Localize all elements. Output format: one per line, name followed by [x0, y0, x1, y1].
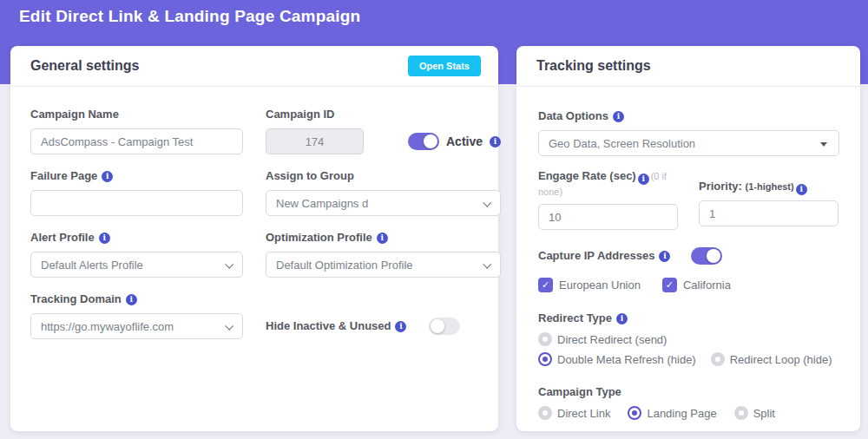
- campaign-name-input[interactable]: [30, 128, 243, 154]
- caret-down-icon: [820, 142, 827, 147]
- optimization-profile-field: Optimization Profile Default Optimizatio…: [266, 231, 501, 278]
- campaign-id-input: [266, 128, 364, 154]
- chevron-down-icon: [483, 199, 491, 207]
- active-toggle[interactable]: [408, 133, 439, 150]
- priority-input[interactable]: [699, 200, 838, 226]
- engage-rate-info-icon[interactable]: [638, 174, 649, 185]
- radio-icon: [711, 352, 725, 366]
- checkbox-checked-icon: [662, 278, 677, 292]
- capture-ip-field: Capture IP Addresses: [538, 247, 839, 265]
- radio-selected-icon: [538, 352, 552, 366]
- hide-inactive-info-icon[interactable]: [395, 321, 406, 332]
- checkbox-european-union[interactable]: European Union: [538, 278, 641, 292]
- campaign-id-field: Campaign ID Active: [266, 108, 501, 154]
- optimization-profile-label: Optimization Profile: [266, 231, 372, 245]
- data-options-select[interactable]: Geo Data, Screen Resolution: [538, 130, 839, 156]
- assign-to-group-value: New Campaigns d: [276, 197, 368, 210]
- chevron-down-icon: [225, 260, 233, 269]
- checkbox-label: California: [683, 278, 731, 292]
- alert-profile-info-icon[interactable]: [99, 233, 110, 244]
- failure-page-info-icon[interactable]: [102, 171, 113, 182]
- assign-to-group-field: Assign to Group New Campaigns d: [266, 169, 501, 216]
- priority-info-icon[interactable]: [796, 184, 807, 195]
- radio-icon: [538, 406, 552, 420]
- campaign-name-label: Campaign Name: [30, 108, 243, 121]
- campaign-name-field: Campaign Name: [30, 108, 243, 154]
- active-toggle-label: Active: [446, 134, 483, 148]
- data-options-info-icon[interactable]: [613, 111, 624, 122]
- alert-profile-select[interactable]: Default Alerts Profile: [30, 252, 243, 278]
- toggle-knob: [707, 249, 720, 263]
- open-stats-button[interactable]: Open Stats: [408, 56, 481, 76]
- optimization-profile-value: Default Optimization Profile: [276, 259, 413, 272]
- checkbox-california[interactable]: California: [662, 278, 731, 292]
- capture-ip-info-icon[interactable]: [659, 251, 670, 262]
- failure-page-input[interactable]: [30, 190, 243, 216]
- radio-icon: [734, 406, 748, 420]
- failure-page-label: Failure Page: [30, 169, 97, 183]
- optimization-profile-info-icon[interactable]: [377, 233, 388, 244]
- tracking-domain-select[interactable]: https://go.mywayoflife.com: [30, 313, 243, 339]
- redirect-type-group: Direct Redirect (send) Double Meta Refre…: [538, 332, 839, 366]
- priority-hint: (1-highest): [745, 181, 793, 192]
- assign-to-group-select[interactable]: New Campaigns d: [266, 190, 501, 216]
- hide-inactive-toggle[interactable]: [429, 318, 460, 335]
- page-title: Edit Direct Link & Landing Page Campaign: [19, 7, 360, 26]
- tracking-settings-title: Tracking settings: [536, 58, 651, 74]
- tracking-domain-value: https://go.mywayoflife.com: [41, 320, 174, 333]
- failure-page-field: Failure Page: [30, 169, 243, 216]
- general-settings-title: General settings: [30, 58, 139, 74]
- campaign-id-label: Campaign ID: [266, 108, 501, 121]
- redirect-type-label: Redirect Type: [538, 311, 612, 325]
- tracking-settings-header: Tracking settings: [516, 46, 860, 87]
- tracking-domain-info-icon[interactable]: [126, 294, 137, 305]
- radio-direct-redirect[interactable]: Direct Redirect (send): [538, 332, 667, 346]
- hide-inactive-label: Hide Inactive & Unused: [266, 319, 391, 333]
- radio-direct-link[interactable]: Direct Link: [538, 406, 610, 420]
- campaign-type-group: Direct Link Landing Page Split: [538, 406, 839, 420]
- tracking-settings-card: Tracking settings Data Options Geo Data,…: [516, 46, 860, 431]
- tracking-domain-field: Tracking Domain https://go.mywayoflife.c…: [30, 292, 243, 339]
- hide-inactive-field: Hide Inactive & Unused: [266, 292, 501, 339]
- radio-double-meta-refresh[interactable]: Double Meta Refresh (hide): [538, 352, 696, 366]
- active-info-icon[interactable]: [490, 136, 501, 147]
- data-options-field: Data Options Geo Data, Screen Resolution: [538, 109, 839, 156]
- priority-field: Priority: (1-highest): [699, 169, 838, 230]
- tracking-domain-label: Tracking Domain: [30, 292, 122, 306]
- toggle-knob: [431, 319, 444, 333]
- alert-profile-value: Default Alerts Profile: [41, 259, 143, 272]
- checkbox-label: European Union: [559, 278, 641, 292]
- chevron-down-icon: [225, 322, 233, 331]
- optimization-profile-select[interactable]: Default Optimization Profile: [266, 252, 501, 278]
- general-settings-header: General settings Open Stats: [10, 46, 498, 87]
- data-options-label: Data Options: [538, 109, 608, 123]
- engage-rate-label: Engage Rate (sec): [538, 169, 636, 182]
- campaign-type-label: Campaign Type: [538, 385, 839, 399]
- capture-ip-toggle[interactable]: [691, 247, 722, 265]
- chevron-down-icon: [483, 260, 491, 269]
- radio-landing-page[interactable]: Landing Page: [628, 406, 716, 420]
- toggle-knob: [424, 134, 437, 148]
- general-settings-card: General settings Open Stats Campaign Nam…: [10, 46, 498, 431]
- alert-profile-label: Alert Profile: [30, 231, 95, 245]
- engage-rate-field: Engage Rate (sec)(0 if none): [538, 169, 678, 230]
- radio-icon: [538, 332, 552, 346]
- alert-profile-field: Alert Profile Default Alerts Profile: [30, 231, 243, 278]
- radio-redirect-loop[interactable]: Redirect Loop (hide): [711, 352, 832, 366]
- data-options-value: Geo Data, Screen Resolution: [549, 137, 695, 150]
- capture-ip-label: Capture IP Addresses: [538, 249, 654, 263]
- assign-to-group-label: Assign to Group: [266, 169, 501, 183]
- radio-split[interactable]: Split: [734, 406, 775, 420]
- radio-selected-icon: [628, 406, 641, 420]
- engage-rate-input[interactable]: [538, 204, 678, 230]
- checkbox-checked-icon: [538, 278, 553, 292]
- priority-label: Priority:: [699, 180, 742, 193]
- redirect-type-info-icon[interactable]: [616, 313, 628, 324]
